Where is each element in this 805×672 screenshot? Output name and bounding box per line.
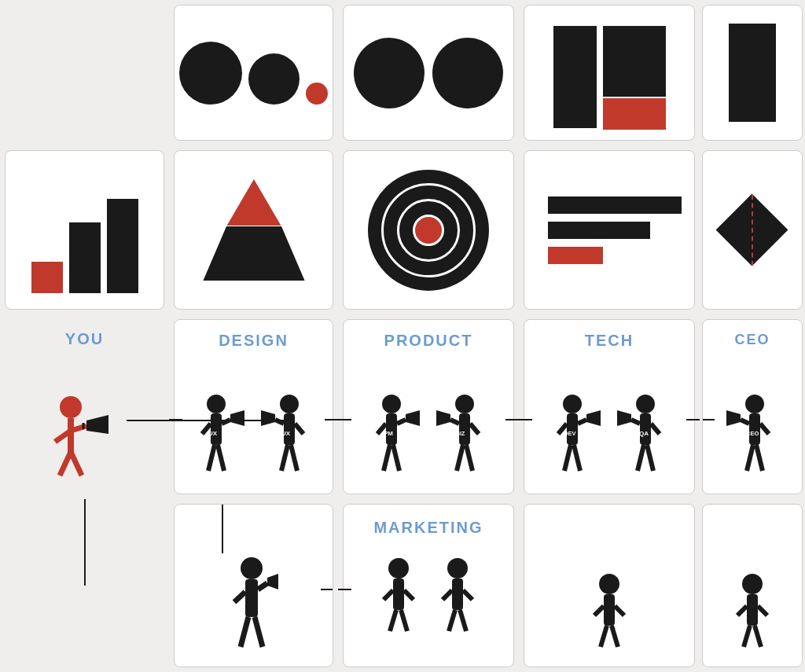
- svg-point-44: [563, 395, 582, 413]
- svg-rect-88: [604, 594, 615, 626]
- svg-marker-74: [267, 574, 278, 589]
- svg-line-8: [60, 452, 71, 476]
- circle-medium: [248, 53, 300, 105]
- svg-line-24: [281, 445, 288, 471]
- bar-1-accent: [31, 262, 63, 293]
- svg-line-31: [397, 420, 406, 424]
- circle-large: [179, 42, 242, 105]
- svg-line-16: [208, 445, 215, 471]
- hbar-1: [548, 196, 682, 214]
- cell-r4c3: MARKETING: [338, 499, 519, 672]
- svg-line-90: [615, 606, 624, 615]
- cell-design: DESIGN UX: [169, 314, 338, 499]
- cell-r4c1: [0, 499, 169, 672]
- cell-r4c5: [700, 499, 805, 672]
- svg-marker-50: [586, 410, 601, 426]
- rect-group-right: [603, 26, 666, 130]
- svg-point-81: [447, 558, 468, 578]
- svg-line-9: [71, 452, 82, 476]
- svg-text:UX: UX: [208, 430, 218, 437]
- svg-point-93: [742, 574, 763, 594]
- you-person: [53, 385, 116, 487]
- rect-medium: [603, 26, 666, 97]
- comm-line-tech-right: [686, 419, 700, 420]
- cell-r4-marketing-person: [169, 499, 338, 672]
- svg-rect-69: [245, 579, 258, 617]
- svg-line-47: [578, 420, 586, 424]
- mkt-person-2: [436, 553, 480, 639]
- cell-r4c4: [519, 499, 700, 672]
- svg-line-41: [466, 445, 472, 471]
- svg-marker-2: [203, 226, 305, 281]
- svg-text:QA: QA: [639, 430, 649, 437]
- comm-line-you: [127, 420, 284, 421]
- comm-line-product-left: [338, 419, 351, 420]
- cell-r1c1: [0, 0, 169, 145]
- cell-r1c5: [700, 0, 805, 145]
- rect-accent: [603, 98, 666, 130]
- svg-line-33: [393, 445, 399, 471]
- svg-marker-34: [406, 410, 420, 426]
- svg-line-38: [450, 420, 459, 424]
- vert-line-marketing: [222, 505, 223, 553]
- svg-point-52: [636, 395, 655, 413]
- svg-line-92: [612, 626, 618, 647]
- svg-point-12: [207, 395, 226, 413]
- svg-line-89: [594, 606, 604, 615]
- svg-rect-45: [567, 413, 578, 445]
- pyramid-svg: [183, 167, 325, 293]
- horizontal-bars: [540, 189, 689, 272]
- svg-point-68: [241, 557, 263, 579]
- vertical-line-down: [84, 499, 86, 586]
- svg-line-80: [401, 610, 407, 631]
- svg-point-75: [388, 558, 409, 578]
- svg-rect-53: [640, 413, 651, 445]
- cell-ceo: CEO CEO: [700, 314, 805, 499]
- svg-rect-13: [211, 413, 222, 445]
- svg-point-36: [455, 395, 474, 413]
- svg-line-79: [390, 610, 396, 631]
- cell-you: YOU: [0, 314, 169, 499]
- svg-line-65: [756, 445, 763, 471]
- svg-line-40: [457, 445, 463, 471]
- svg-line-62: [741, 420, 749, 424]
- cell-r2c4: [519, 145, 700, 314]
- product-label: PRODUCT: [384, 332, 473, 350]
- diamond-container: [717, 195, 788, 266]
- svg-rect-29: [386, 413, 397, 445]
- design-people: UX UX: [200, 388, 307, 486]
- bar-2: [69, 222, 101, 293]
- rect-tall-1: [553, 26, 597, 128]
- svg-rect-37: [459, 413, 470, 445]
- svg-line-54: [631, 420, 640, 424]
- product-people: PM BIZ: [376, 388, 482, 486]
- svg-text:BIZ: BIZ: [456, 431, 465, 436]
- svg-line-85: [449, 610, 455, 631]
- svg-line-72: [241, 617, 248, 647]
- svg-marker-58: [617, 410, 631, 426]
- design-label: DESIGN: [219, 332, 289, 350]
- svg-point-87: [599, 574, 619, 594]
- marketing-sender: [228, 549, 279, 659]
- svg-line-32: [384, 445, 390, 471]
- circle-small-red: [306, 83, 328, 105]
- svg-rect-82: [452, 578, 463, 610]
- svg-text:DEV: DEV: [564, 430, 575, 437]
- bar-chart: [31, 195, 138, 297]
- svg-line-91: [601, 626, 607, 647]
- svg-rect-61: [749, 413, 760, 445]
- cell-tech: TECH DEV: [519, 314, 700, 499]
- svg-point-4: [60, 396, 82, 418]
- comm-line-product-right: [505, 419, 519, 420]
- tech-people: DEV QA: [557, 388, 663, 486]
- svg-text:CEO: CEO: [746, 430, 759, 437]
- bar-3: [107, 199, 138, 293]
- svg-line-96: [758, 606, 767, 615]
- marketing-line: [321, 589, 333, 590]
- svg-line-98: [755, 626, 761, 647]
- svg-point-20: [280, 395, 299, 413]
- comm-line-design-right: [325, 419, 338, 420]
- comm-line-design-left: [169, 419, 182, 420]
- svg-line-23: [295, 424, 303, 434]
- marketing-people: [377, 553, 480, 639]
